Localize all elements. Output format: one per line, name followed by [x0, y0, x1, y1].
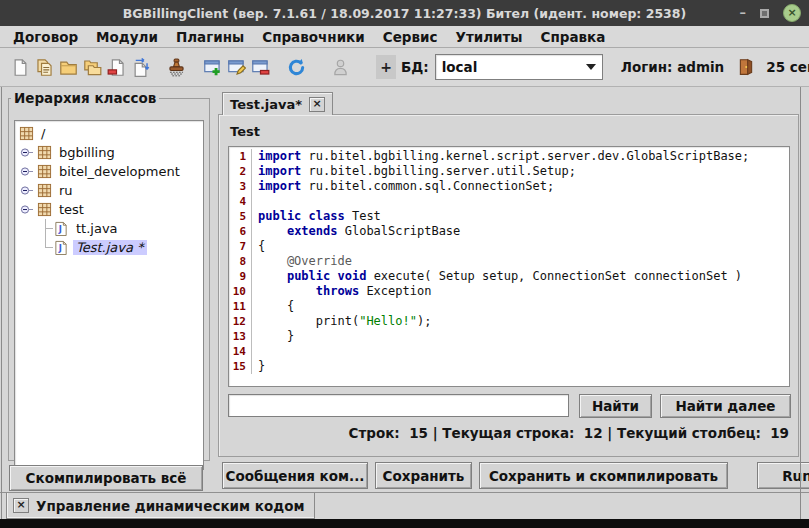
code-line-3[interactable]: 3import ru.bitel.common.sql.ConnectionSe…	[229, 179, 789, 194]
code-line-6[interactable]: 6 extends GlobalScriptBase	[229, 224, 789, 239]
save-button[interactable]: Сохранить	[375, 462, 472, 489]
compiler-messages-button[interactable]: Сообщения ком...	[222, 462, 368, 489]
tree-item-ru[interactable]: ru	[15, 181, 203, 200]
compile-all-button[interactable]: Скомпилировать всё	[9, 465, 203, 491]
window-add-icon[interactable]	[200, 54, 224, 80]
menu-item-2[interactable]: Плагины	[167, 29, 253, 45]
code-line-13[interactable]: 13 }	[229, 329, 789, 344]
toolbar-expand-button[interactable]: +	[376, 55, 396, 79]
editor-panel: Test 1import ru.bitel.bgbilling.kernel.s…	[218, 114, 799, 457]
window-bottom-edge	[0, 519, 809, 528]
code-editor[interactable]: 1import ru.bitel.bgbilling.kernel.script…	[228, 146, 790, 387]
maximize-button[interactable]	[760, 9, 769, 18]
package-icon	[36, 202, 52, 218]
bottom-tab-close-icon[interactable]: ×	[13, 498, 29, 513]
save-and-compile-button[interactable]: Сохранить и скомпилировать	[479, 462, 728, 489]
tree-item-label: ru	[56, 183, 76, 198]
code-line-4[interactable]: 4	[229, 194, 789, 209]
user-icon[interactable]	[328, 54, 352, 80]
code-line-12[interactable]: 12 print("Hello!");	[229, 314, 789, 329]
tree-connector	[39, 219, 53, 238]
tree-connector	[39, 238, 53, 257]
tree-item-label: /	[38, 126, 48, 141]
package-icon	[18, 126, 34, 142]
copy-document-icon[interactable]	[32, 54, 56, 80]
bottom-tab-label: Управление динамическим кодом	[36, 498, 304, 514]
title-bar: BGBillingClient (вер. 7.1.61 / 18.09.201…	[0, 0, 809, 26]
tree-item-bgbilling[interactable]: bgbilling	[15, 143, 203, 162]
menu-item-1[interactable]: Модули	[87, 29, 167, 45]
menu-item-0[interactable]: Договор	[4, 29, 87, 45]
run-button[interactable]: Run	[757, 462, 809, 489]
db-label: БД:	[401, 59, 429, 75]
window-left-edge	[1, 87, 2, 519]
code-line-5[interactable]: 5public class Test	[229, 209, 789, 224]
class-hierarchy-title: Иерархия классов	[11, 90, 159, 106]
find-button[interactable]: Найти	[579, 394, 652, 418]
java-file-icon: J	[53, 240, 69, 256]
close-button[interactable]: ×	[783, 4, 801, 22]
java-file-icon: J	[53, 221, 69, 237]
db-select-value: local	[442, 59, 586, 75]
tree-item-test[interactable]: test	[15, 200, 203, 219]
class-tree[interactable]: /bgbillingbitel_developmentrutestJtt.jav…	[14, 120, 204, 470]
login-label: Логин: admin	[621, 59, 725, 75]
class-name-label: Test	[230, 124, 260, 139]
tree-item-test-java[interactable]: JTest.java *	[15, 238, 203, 257]
new-document-icon[interactable]	[8, 54, 32, 80]
tab-label: Test.java*	[230, 97, 302, 112]
exit-door-icon[interactable]	[734, 54, 758, 80]
tab-test-java[interactable]: Test.java* ×	[222, 92, 333, 115]
tree-item-label: Test.java *	[73, 240, 147, 255]
minimize-button[interactable]: –	[740, 8, 747, 18]
code-line-11[interactable]: 11 {	[229, 299, 789, 314]
menu-item-4[interactable]: Сервис	[374, 29, 447, 45]
code-line-14[interactable]: 14	[229, 344, 789, 359]
svg-text:J: J	[58, 243, 62, 253]
code-line-1[interactable]: 1import ru.bitel.bgbilling.kernel.script…	[229, 149, 789, 164]
toolbar: + БД: local Логин: admin 25 сентября 15:…	[0, 48, 809, 87]
window-title: BGBillingClient (вер. 7.1.61 / 18.09.201…	[123, 6, 686, 21]
code-line-9[interactable]: 9 public void execute( Setup setup, Conn…	[229, 269, 789, 284]
window-controls: – ×	[740, 0, 802, 26]
bottom-tab-bar: × Управление динамическим кодом	[0, 492, 809, 519]
search-input[interactable]	[228, 394, 569, 417]
code-line-10[interactable]: 10 throws Exception	[229, 284, 789, 299]
bgbilling-client-window: { "window": { "title": "BGBillingClient …	[0, 0, 809, 528]
tree-item-label: bgbilling	[56, 145, 118, 160]
db-select[interactable]: local	[435, 54, 603, 80]
class-hierarchy-panel: Иерархия классов /bgbillingbitel_develop…	[8, 90, 210, 461]
tab-close-icon[interactable]: ×	[309, 97, 325, 112]
chevron-down-icon	[586, 64, 596, 70]
paste-document-icon[interactable]	[128, 54, 152, 80]
refresh-icon[interactable]	[284, 54, 308, 80]
editor-status-line: Строк: 15 | Текущая строка: 12 | Текущий…	[349, 425, 789, 441]
package-icon	[36, 145, 52, 161]
tab-dynamic-code-management[interactable]: × Управление динамическим кодом	[6, 493, 315, 519]
code-line-2[interactable]: 2import ru.bitel.bgbilling.server.util.S…	[229, 164, 789, 179]
code-line-8[interactable]: 8 @Override	[229, 254, 789, 269]
window-edit-icon[interactable]	[224, 54, 248, 80]
tree-item-[interactable]: /	[15, 124, 203, 143]
package-icon	[36, 183, 52, 199]
code-line-15[interactable]: 15}	[229, 359, 789, 374]
tree-item-label: bitel_development	[56, 164, 183, 179]
menu-bar: ДоговорМодулиПлагиныСправочникиСервисУти…	[0, 26, 809, 48]
menu-item-6[interactable]: Справка	[532, 29, 615, 45]
window-right-edge	[800, 87, 801, 519]
tree-item-tt-java[interactable]: Jtt.java	[15, 219, 203, 238]
remove-document-icon[interactable]	[104, 54, 128, 80]
menu-item-5[interactable]: Утилиты	[446, 29, 531, 45]
code-line-7[interactable]: 7{	[229, 239, 789, 254]
open-folder-icon[interactable]	[56, 54, 80, 80]
package-icon	[36, 164, 52, 180]
svg-text:J: J	[58, 224, 62, 234]
datetime-label: 25 сентября 15:19	[766, 59, 809, 75]
window-remove-icon[interactable]	[248, 54, 272, 80]
find-next-button[interactable]: Найти далее	[660, 394, 791, 418]
tree-item-label: tt.java	[73, 221, 121, 236]
tree-item-bitel-development[interactable]: bitel_development	[15, 162, 203, 181]
menu-item-3[interactable]: Справочники	[253, 29, 374, 45]
compile-stamp-icon[interactable]	[164, 54, 188, 80]
folders-icon[interactable]	[80, 54, 104, 80]
